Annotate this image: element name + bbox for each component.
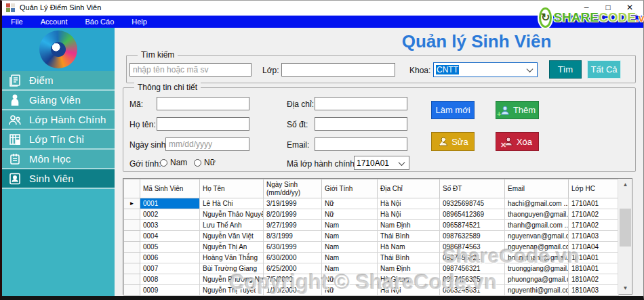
table-cell[interactable]: 0986874563 <box>440 242 505 253</box>
xoa-button[interactable]: ✕ Xóa <box>496 132 539 151</box>
table-cell[interactable]: thaonguyen@gmail.co... <box>505 209 569 220</box>
row-header[interactable] <box>124 274 140 285</box>
table-cell[interactable]: 1710A02 <box>569 220 619 231</box>
nam-radio[interactable]: Nam <box>160 158 187 167</box>
table-cell[interactable]: hoangthang@gmail.co... <box>505 253 569 263</box>
table-row[interactable]: 0007Bùi Trường Giang6/25/2000NamNam Định… <box>124 263 619 274</box>
hoten-input[interactable] <box>157 117 249 131</box>
table-cell[interactable]: 8/3/1999 <box>264 231 322 242</box>
row-header[interactable] <box>124 242 140 253</box>
row-header[interactable] <box>124 253 140 263</box>
scrollbar-thumb[interactable] <box>620 209 631 247</box>
table-cell[interactable]: 0009 <box>140 285 200 296</box>
table-cell[interactable]: Nguyễn Thị An <box>200 242 264 253</box>
ngaysinh-input[interactable] <box>165 137 249 151</box>
email-input[interactable] <box>315 137 407 151</box>
table-cell[interactable]: 8/20/1999 <box>264 209 322 220</box>
table-row[interactable]: ►0001Lê Hà Chi3/19/1999NữHà Nội093256987… <box>124 198 619 209</box>
table-cell[interactable]: Nữ <box>322 209 378 220</box>
table-cell[interactable]: 1810A02 <box>569 274 619 285</box>
sidebar-item-diem[interactable]: Điểm <box>2 71 115 91</box>
table-cell[interactable]: 6/30/2000 <box>264 253 322 263</box>
table-cell[interactable]: 6/25/2000 <box>264 263 322 274</box>
table-row[interactable]: 0002Nguyễn Thảo Nguyên8/20/1999NữHà Nội0… <box>124 209 619 220</box>
table-cell[interactable]: hachi@gmail.com ... <box>505 198 569 209</box>
row-header[interactable] <box>124 231 140 242</box>
table-row[interactable]: 0009Nguyễn Thị Tuyết1/10/2000NữHà Nội086… <box>124 285 619 296</box>
sua-button[interactable]: Sửa <box>431 132 475 151</box>
sodt-input[interactable] <box>315 117 407 131</box>
table-cell[interactable]: 0002 <box>140 209 200 220</box>
table-cell[interactable]: 0987632589 <box>440 231 505 242</box>
table-cell[interactable]: nguyenan@gmail.com ... <box>505 242 569 253</box>
row-header[interactable] <box>124 220 140 231</box>
ma-input[interactable] <box>157 97 249 110</box>
table-row[interactable]: 0004Nguyễn Văn Việt8/3/1999NamThái Bình0… <box>124 231 619 242</box>
table-cell[interactable]: 0005 <box>140 242 200 253</box>
grid-corner[interactable] <box>124 179 140 198</box>
menu-help[interactable]: Help <box>123 16 156 28</box>
khoa-combobox[interactable]: CNTT <box>433 62 538 77</box>
table-cell[interactable]: 1710A01 <box>569 198 619 209</box>
table-cell[interactable]: 9/27/1999 <box>264 220 322 231</box>
table-cell[interactable]: 0007 <box>140 263 200 274</box>
table-cell[interactable]: truonggiang@gmail.co... <box>505 263 569 274</box>
column-header[interactable]: Mã Sinh Viên <box>140 179 200 198</box>
table-cell[interactable]: Lưu Thế Anh <box>200 220 264 231</box>
table-row[interactable]: 0006Hoàng Văn Thắng6/30/2000NamThái Bình… <box>124 253 619 263</box>
table-cell[interactable]: Nam <box>322 220 378 231</box>
table-cell[interactable]: 1/10/2000 <box>264 285 322 296</box>
table-row[interactable]: 0005Nguyễn Thị An6/30/1999NamHà Nam09868… <box>124 242 619 253</box>
diachi-input[interactable] <box>315 97 407 110</box>
table-cell[interactable]: 08965412369 <box>440 209 505 220</box>
vertical-scrollbar[interactable]: ▲ ▼ <box>618 179 632 294</box>
row-header[interactable] <box>124 285 140 296</box>
table-cell[interactable]: thanh@gmail.com ... <box>505 220 569 231</box>
table-cell[interactable]: Nam <box>322 231 378 242</box>
column-header[interactable]: Lớp HC <box>569 179 619 198</box>
table-cell[interactable]: Lê Hà Chi <box>200 198 264 209</box>
table-cell[interactable]: 09325698745 <box>440 198 505 209</box>
table-cell[interactable]: Hà Nội <box>378 209 440 220</box>
table-cell[interactable]: 0003 <box>140 220 200 231</box>
table-cell[interactable]: Hà Giang <box>378 274 440 285</box>
table-cell[interactable]: Hà Nam <box>378 242 440 253</box>
table-cell[interactable]: 7/5/2000 <box>264 274 322 285</box>
table-row[interactable]: 0008Nguyễn Phương Nga7/5/2000NữHà Giang0… <box>124 274 619 285</box>
table-cell[interactable]: 1810A01 <box>569 263 619 274</box>
table-cell[interactable]: 0987456321 <box>440 263 505 274</box>
table-cell[interactable]: Nữ <box>322 198 378 209</box>
search-input[interactable] <box>129 63 251 77</box>
table-cell[interactable]: 1710A02 <box>569 209 619 220</box>
column-header[interactable]: Giới Tính <box>322 179 378 198</box>
table-cell[interactable]: Nguyễn Thị Tuyết <box>200 285 264 296</box>
scroll-down-icon[interactable]: ▼ <box>618 282 632 294</box>
table-cell[interactable]: phuongnga@gmail.co... <box>505 274 569 285</box>
table-cell[interactable]: Bùi Trường Giang <box>200 263 264 274</box>
tim-button[interactable]: Tìm <box>549 60 582 79</box>
sidebar-item-lop-hanh-chinh[interactable]: Lớp Hành Chính <box>2 110 115 130</box>
table-cell[interactable]: Hà Nội <box>378 285 440 296</box>
sidebar-item-lop-tin-chi[interactable]: Lớp Tín Chỉ <box>2 130 115 150</box>
table-cell[interactable]: Thái Bình <box>378 231 440 242</box>
lammoi-button[interactable]: Làm mới <box>431 101 475 119</box>
malop-combobox[interactable]: 1710A01 <box>354 156 409 170</box>
table-cell[interactable]: nguyenvan@gmail.com... <box>505 231 569 242</box>
table-row[interactable]: 0003Lưu Thế Anh9/27/1999NamNam Định09658… <box>124 220 619 231</box>
table-cell[interactable]: Thái Bình <box>378 253 440 263</box>
sidebar-item-sinh-vien[interactable]: Sinh Viên <box>2 169 115 189</box>
tatca-button[interactable]: Tất Cả <box>587 60 621 79</box>
menu-baocao[interactable]: Báo Cáo <box>76 16 123 28</box>
table-cell[interactable]: 0001 <box>140 198 200 209</box>
table-cell[interactable]: 0987456325 <box>440 274 505 285</box>
column-header[interactable]: Ngày Sinh (mm/dd/yy) <box>264 179 322 198</box>
table-cell[interactable]: 0006 <box>140 253 200 263</box>
table-cell[interactable]: Nguyễn Phương Nga <box>200 274 264 285</box>
table-cell[interactable]: Nữ <box>322 285 378 296</box>
nu-radio[interactable]: Nữ <box>194 158 216 167</box>
lop-input[interactable] <box>281 63 395 77</box>
table-cell[interactable]: 0863245631 <box>440 285 505 296</box>
table-cell[interactable]: 3/19/1999 <box>264 198 322 209</box>
table-cell[interactable]: 1710A03 <box>569 231 619 242</box>
column-header[interactable]: Địa Chỉ <box>378 179 440 198</box>
